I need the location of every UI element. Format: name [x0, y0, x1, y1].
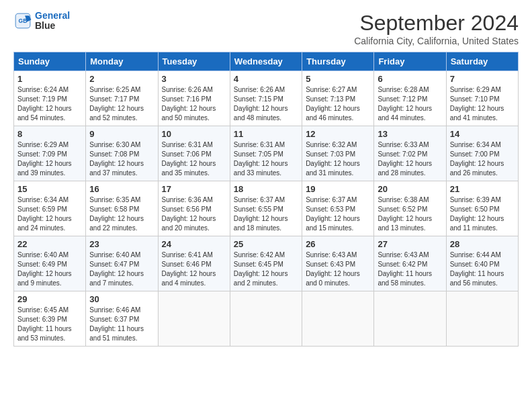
day-number: 24: [162, 239, 226, 249]
day-number: 26: [306, 239, 370, 249]
calendar-cell: 30Sunrise: 6:46 AMSunset: 6:37 PMDayligh…: [86, 291, 158, 347]
logo-line1: General: [35, 10, 70, 21]
header-sunday: Sunday: [14, 52, 86, 71]
week-row-4: 29Sunrise: 6:45 AMSunset: 6:39 PMDayligh…: [14, 291, 519, 347]
day-number: 23: [89, 239, 154, 249]
cell-info: Sunrise: 6:28 AMSunset: 7:12 PMDaylight:…: [378, 85, 442, 123]
cell-info: Sunrise: 6:25 AMSunset: 7:17 PMDaylight:…: [89, 85, 154, 123]
calendar-cell: 21Sunrise: 6:39 AMSunset: 6:50 PMDayligh…: [446, 181, 518, 236]
cell-info: Sunrise: 6:43 AMSunset: 6:43 PMDaylight:…: [306, 250, 370, 288]
day-number: 25: [234, 239, 298, 249]
calendar-cell: [230, 291, 302, 347]
day-number: 28: [450, 239, 515, 249]
calendar-cell: 27Sunrise: 6:43 AMSunset: 6:42 PMDayligh…: [374, 236, 446, 291]
calendar-cell: 4Sunrise: 6:26 AMSunset: 7:15 PMDaylight…: [230, 71, 302, 126]
cell-info: Sunrise: 6:41 AMSunset: 6:46 PMDaylight:…: [162, 250, 226, 288]
cell-info: Sunrise: 6:32 AMSunset: 7:03 PMDaylight:…: [306, 140, 370, 178]
day-number: 20: [378, 184, 442, 194]
calendar-cell: 9Sunrise: 6:30 AMSunset: 7:08 PMDaylight…: [86, 126, 158, 181]
calendar-cell: 24Sunrise: 6:41 AMSunset: 6:46 PMDayligh…: [158, 236, 230, 291]
calendar-cell: 29Sunrise: 6:45 AMSunset: 6:39 PMDayligh…: [14, 291, 86, 347]
day-number: 9: [89, 129, 154, 139]
cell-info: Sunrise: 6:27 AMSunset: 7:13 PMDaylight:…: [306, 85, 370, 123]
day-number: 7: [450, 74, 515, 84]
calendar-cell: 3Sunrise: 6:26 AMSunset: 7:16 PMDaylight…: [158, 71, 230, 126]
day-number: 21: [450, 184, 515, 194]
calendar-cell: 17Sunrise: 6:36 AMSunset: 6:56 PMDayligh…: [158, 181, 230, 236]
day-number: 10: [162, 129, 226, 139]
day-number: 27: [378, 239, 442, 249]
header-wednesday: Wednesday: [230, 52, 302, 71]
cell-info: Sunrise: 6:35 AMSunset: 6:58 PMDaylight:…: [89, 195, 154, 233]
calendar-cell: 14Sunrise: 6:34 AMSunset: 7:00 PMDayligh…: [446, 126, 518, 181]
cell-info: Sunrise: 6:42 AMSunset: 6:45 PMDaylight:…: [234, 250, 298, 288]
header-friday: Friday: [374, 52, 446, 71]
svg-text:GB: GB: [19, 18, 28, 25]
calendar-cell: 18Sunrise: 6:37 AMSunset: 6:55 PMDayligh…: [230, 181, 302, 236]
calendar-cell: 5Sunrise: 6:27 AMSunset: 7:13 PMDaylight…: [302, 71, 374, 126]
cell-info: Sunrise: 6:26 AMSunset: 7:16 PMDaylight:…: [162, 85, 226, 123]
calendar-cell: [158, 291, 230, 347]
day-number: 30: [89, 294, 154, 304]
calendar-cell: 23Sunrise: 6:40 AMSunset: 6:47 PMDayligh…: [86, 236, 158, 291]
cell-info: Sunrise: 6:40 AMSunset: 6:49 PMDaylight:…: [17, 250, 82, 288]
calendar-body: 1Sunrise: 6:24 AMSunset: 7:19 PMDaylight…: [14, 71, 519, 347]
calendar-cell: [374, 291, 446, 347]
calendar-cell: 12Sunrise: 6:32 AMSunset: 7:03 PMDayligh…: [302, 126, 374, 181]
day-number: 6: [378, 74, 442, 84]
day-number: 29: [17, 294, 82, 304]
header-thursday: Thursday: [302, 52, 374, 71]
calendar-cell: 22Sunrise: 6:40 AMSunset: 6:49 PMDayligh…: [14, 236, 86, 291]
day-number: 16: [89, 184, 154, 194]
calendar-cell: 2Sunrise: 6:25 AMSunset: 7:17 PMDaylight…: [86, 71, 158, 126]
cell-info: Sunrise: 6:31 AMSunset: 7:05 PMDaylight:…: [234, 140, 298, 178]
header-monday: Monday: [86, 52, 158, 71]
calendar-title: September 2024: [354, 11, 519, 36]
cell-info: Sunrise: 6:24 AMSunset: 7:19 PMDaylight:…: [17, 85, 82, 123]
header-tuesday: Tuesday: [158, 52, 230, 71]
cell-info: Sunrise: 6:29 AMSunset: 7:10 PMDaylight:…: [450, 85, 515, 123]
day-number: 22: [17, 239, 82, 249]
calendar-cell: 7Sunrise: 6:29 AMSunset: 7:10 PMDaylight…: [446, 71, 518, 126]
cell-info: Sunrise: 6:36 AMSunset: 6:56 PMDaylight:…: [162, 195, 226, 233]
calendar-cell: 25Sunrise: 6:42 AMSunset: 6:45 PMDayligh…: [230, 236, 302, 291]
logo: GB General Blue: [13, 11, 70, 32]
day-number: 14: [450, 129, 515, 139]
title-block: September 2024 California City, Californ…: [354, 11, 519, 46]
cell-info: Sunrise: 6:46 AMSunset: 6:37 PMDaylight:…: [89, 306, 154, 343]
calendar-cell: 16Sunrise: 6:35 AMSunset: 6:58 PMDayligh…: [86, 181, 158, 236]
day-number: 11: [234, 129, 298, 139]
calendar-cell: 6Sunrise: 6:28 AMSunset: 7:12 PMDaylight…: [374, 71, 446, 126]
calendar-cell: 13Sunrise: 6:33 AMSunset: 7:02 PMDayligh…: [374, 126, 446, 181]
cell-info: Sunrise: 6:39 AMSunset: 6:50 PMDaylight:…: [450, 195, 515, 233]
logo-line2: Blue: [35, 21, 70, 31]
cell-info: Sunrise: 6:26 AMSunset: 7:15 PMDaylight:…: [234, 85, 298, 123]
calendar-cell: 19Sunrise: 6:37 AMSunset: 6:53 PMDayligh…: [302, 181, 374, 236]
day-number: 18: [234, 184, 298, 194]
page-header: GB General Blue September 2024 Californi…: [13, 11, 519, 46]
day-number: 15: [17, 184, 82, 194]
cell-info: Sunrise: 6:44 AMSunset: 6:40 PMDaylight:…: [450, 250, 515, 288]
day-number: 5: [306, 74, 370, 84]
calendar-cell: 8Sunrise: 6:29 AMSunset: 7:09 PMDaylight…: [14, 126, 86, 181]
week-row-2: 15Sunrise: 6:34 AMSunset: 6:59 PMDayligh…: [14, 181, 519, 236]
calendar-cell: 11Sunrise: 6:31 AMSunset: 7:05 PMDayligh…: [230, 126, 302, 181]
cell-info: Sunrise: 6:37 AMSunset: 6:53 PMDaylight:…: [306, 195, 370, 233]
day-number: 1: [17, 74, 82, 84]
calendar-subtitle: California City, California, United Stat…: [354, 36, 519, 46]
day-number: 12: [306, 129, 370, 139]
day-number: 2: [89, 74, 154, 84]
day-number: 4: [234, 74, 298, 84]
calendar-cell: 1Sunrise: 6:24 AMSunset: 7:19 PMDaylight…: [14, 71, 86, 126]
logo-text: General Blue: [35, 11, 70, 32]
calendar-table: SundayMondayTuesdayWednesdayThursdayFrid…: [13, 52, 519, 347]
cell-info: Sunrise: 6:34 AMSunset: 6:59 PMDaylight:…: [17, 195, 82, 233]
day-number: 3: [162, 74, 226, 84]
calendar-cell: 20Sunrise: 6:38 AMSunset: 6:52 PMDayligh…: [374, 181, 446, 236]
cell-info: Sunrise: 6:33 AMSunset: 7:02 PMDaylight:…: [378, 140, 442, 178]
cell-info: Sunrise: 6:29 AMSunset: 7:09 PMDaylight:…: [17, 140, 82, 178]
day-number: 13: [378, 129, 442, 139]
cell-info: Sunrise: 6:43 AMSunset: 6:42 PMDaylight:…: [378, 250, 442, 288]
cell-info: Sunrise: 6:30 AMSunset: 7:08 PMDaylight:…: [89, 140, 154, 178]
cell-info: Sunrise: 6:38 AMSunset: 6:52 PMDaylight:…: [378, 195, 442, 233]
